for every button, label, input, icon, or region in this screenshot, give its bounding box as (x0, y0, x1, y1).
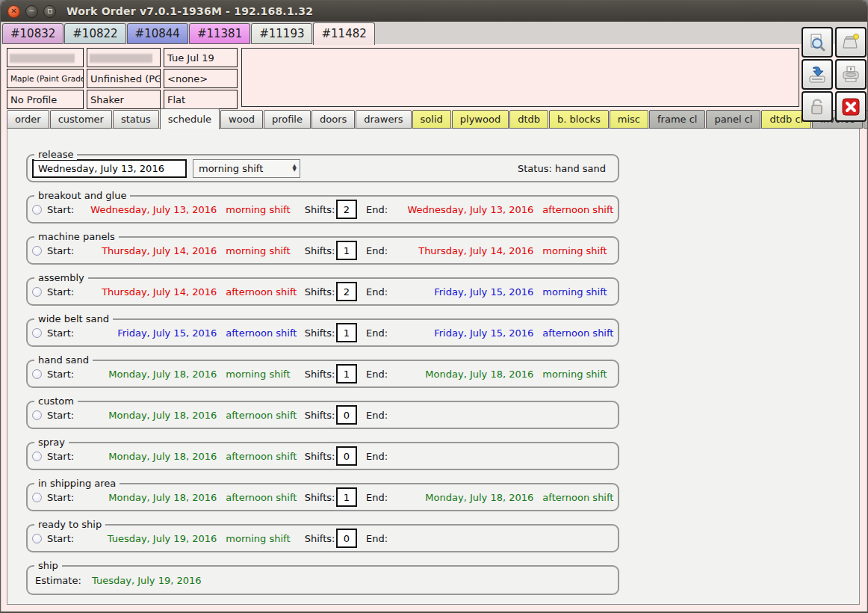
start-shift: morning shift (226, 204, 304, 215)
tab-plywood[interactable]: plywood (452, 110, 509, 129)
chevron-updown-icon: ▲▼ (293, 164, 297, 172)
estimate-label: Estimate: (35, 575, 84, 586)
release-status-text: Status: hand sand (518, 163, 606, 174)
shifts-input[interactable] (336, 323, 357, 342)
end-label: End: (366, 204, 392, 215)
end-shift: morning shift (542, 369, 618, 380)
start-label: Start: (47, 286, 77, 298)
order-tab-10832[interactable]: #10832 (2, 23, 63, 44)
stage-name-label: hand sand (34, 354, 93, 366)
tab-misc[interactable]: misc (610, 110, 648, 129)
start-date: Thursday, July 14, 2016 (77, 286, 217, 298)
order-tab-10822[interactable]: #10822 (64, 23, 125, 44)
shifts-input[interactable] (336, 364, 357, 383)
end-date: Thursday, July 14, 2016 (391, 245, 533, 256)
tab-panel-cl[interactable]: panel cl (706, 110, 760, 129)
shifts-input[interactable] (336, 200, 357, 219)
shifts-input[interactable] (336, 405, 357, 425)
customer-job-field (87, 48, 161, 67)
stage-radio-button[interactable] (32, 369, 42, 379)
order-tab-11381[interactable]: #11381 (189, 23, 250, 44)
stage-radio-button[interactable] (32, 534, 42, 543)
stage-name-label: ready to ship (34, 519, 105, 530)
tab-drawers[interactable]: drawers (356, 110, 411, 129)
start-shift: afternoon shift (226, 451, 304, 462)
order-info-grid: Tue Jul 19 Maple (Paint Grade) Unfinishe… (7, 48, 238, 109)
release-date-input[interactable] (32, 159, 187, 178)
start-label: Start: (47, 369, 77, 380)
minimize-window-icon[interactable]: − (25, 5, 38, 18)
start-date: Friday, July 15, 2016 (77, 327, 217, 339)
redacted-text (10, 54, 75, 63)
start-shift: afternoon shift (226, 492, 304, 503)
stage-name-label: in shipping area (34, 478, 120, 489)
new-order-button[interactable] (835, 27, 867, 58)
end-shift: afternoon shift (542, 327, 618, 339)
tab-customer[interactable]: customer (50, 110, 112, 129)
shifts-input[interactable] (336, 529, 357, 548)
stage-radio-button[interactable] (32, 287, 42, 297)
start-shift: morning shift (226, 245, 304, 256)
ship-estimate-date: Tuesday, July 19, 2016 (92, 575, 202, 586)
stage-group: custom Start: Monday, July 18, 2016 afte… (26, 401, 619, 429)
group-label: release (34, 149, 77, 160)
printer-icon (840, 64, 861, 85)
shifts-input[interactable] (336, 241, 357, 260)
tab-solid[interactable]: solid (412, 110, 451, 129)
end-label: End: (366, 410, 392, 421)
profile-field: No Profile (7, 90, 84, 109)
tab-order[interactable]: order (7, 110, 49, 129)
print-button[interactable] (835, 59, 867, 90)
door-style-field: Shaker (87, 90, 161, 109)
end-date: Monday, July 18, 2016 (391, 492, 533, 503)
find-button[interactable] (802, 27, 833, 58)
tab-schedule[interactable]: schedule (160, 108, 220, 129)
tab-status[interactable]: status (113, 110, 159, 129)
tab-wood[interactable]: wood (220, 110, 263, 129)
panel-field: Flat (164, 90, 238, 109)
maximize-window-icon[interactable] (43, 5, 56, 18)
stage-radio-button[interactable] (32, 246, 42, 256)
toolbar (802, 27, 867, 122)
start-label: Start: (47, 410, 77, 421)
tab-b-blocks[interactable]: b. blocks (549, 110, 609, 129)
stage-radio-button[interactable] (32, 493, 42, 502)
stage-radio-button[interactable] (32, 328, 42, 338)
order-tab-11482[interactable]: #11482 (313, 22, 374, 45)
shifts-input[interactable] (336, 282, 357, 301)
glaze-field: <none> (164, 69, 238, 88)
stage-radio-button[interactable] (32, 205, 42, 215)
end-shift: morning shift (542, 286, 618, 298)
close-window-icon[interactable]: ✕ (7, 5, 20, 18)
shifts-input[interactable] (336, 487, 357, 507)
save-button[interactable] (802, 59, 833, 90)
start-label: Start: (47, 533, 77, 544)
end-date: Friday, July 15, 2016 (391, 286, 533, 298)
customer-name-field (7, 48, 84, 67)
order-tab-11193[interactable]: #11193 (251, 23, 312, 44)
release-shift-select[interactable]: morning shift ▲▼ (193, 159, 300, 178)
shifts-input[interactable] (336, 446, 357, 466)
shifts-label: Shifts: (305, 286, 336, 298)
stage-radio-button[interactable] (32, 410, 42, 420)
order-tab-10844[interactable]: #10844 (127, 23, 188, 44)
stage-radio-button[interactable] (32, 452, 42, 461)
stage-row: Start: Tuesday, July 19, 2016 morning sh… (28, 526, 618, 551)
start-date: Monday, July 18, 2016 (77, 410, 217, 421)
stage-name-label: machine panels (34, 231, 119, 242)
ship-row: Estimate: Tuesday, July 19, 2016 (28, 567, 618, 594)
tab-profile[interactable]: profile (264, 110, 311, 129)
tab-dtdb[interactable]: dtdb (509, 110, 548, 129)
unlock-button[interactable] (802, 91, 833, 122)
end-shift: afternoon shift (542, 492, 618, 503)
start-date: Monday, July 18, 2016 (77, 451, 217, 462)
end-shift: afternoon shift (542, 204, 618, 215)
finish-field: Unfinished (PG) (87, 69, 161, 88)
tab-frame-cl[interactable]: frame cl (649, 110, 705, 129)
start-label: Start: (47, 245, 77, 256)
end-date: Monday, July 18, 2016 (391, 369, 533, 380)
shifts-label: Shifts: (305, 204, 336, 215)
tab-doors[interactable]: doors (311, 110, 355, 129)
stage-row: Start: Thursday, July 14, 2016 afternoon… (28, 279, 618, 304)
close-order-button[interactable] (835, 91, 867, 122)
